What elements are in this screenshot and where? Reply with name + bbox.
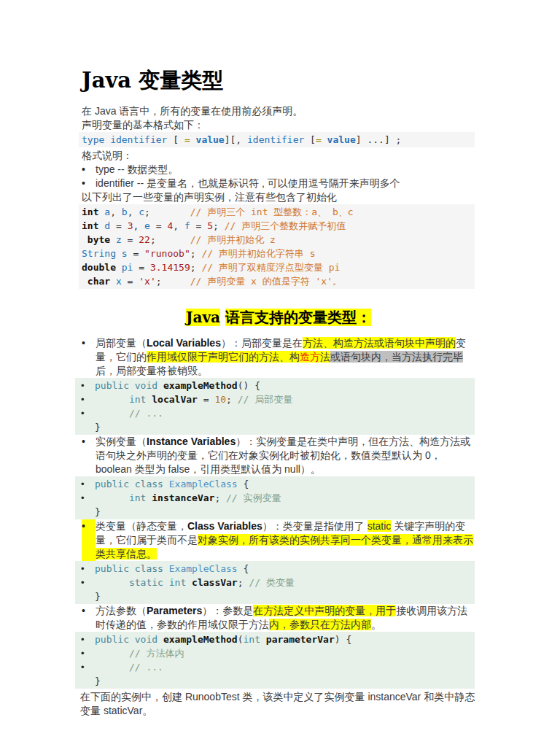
code-line: } [75,674,475,688]
code-line: • int instanceVar; // 实例变量 [75,491,475,505]
bullet-spacer [75,674,95,688]
instance-code-block: •public class ExampleClass { • int insta… [75,476,475,519]
vartype-class-item: • 类变量（静态变量，Class Variables）：类变量是指使用了 sta… [82,519,475,561]
closing-note: 在下面的实例中，创建 RunoobTest 类，该类中定义了实例变量 insta… [80,690,475,718]
code-line: char x = 'x'; // 声明变量 x 的值是字符 'x'。 [82,274,472,288]
local-code-block: •public void exampleMethod() { • int loc… [75,378,475,435]
code-line: •public void exampleMethod(int parameter… [75,632,475,646]
bullet-icon: • [75,562,95,576]
bullet-icon-highlighted: • [82,519,96,561]
code-line: •public class ExampleClass { [75,562,475,576]
bullet-icon: • [75,379,95,392]
intro-line-2: 声明变量的基本格式如下： [82,118,475,132]
code-line: • // 方法体内 [75,646,475,660]
bullet-icon: • [82,177,96,190]
explain-item-type: • type -- 数据类型。 [82,163,475,177]
code-line: double pi = 3.14159; // 声明了双精度浮点型变量 pi [82,260,472,274]
bullet-icon: • [75,491,95,505]
code-line: int d = 3, e = 4, f = 5; // 声明三个整数并赋予初值 [82,219,472,233]
code-line: } [75,505,475,519]
bullet-spacer [75,420,95,434]
bullet-spacer [75,589,95,603]
bullet-icon: • [75,632,95,646]
vartype-instance-item: • 实例变量（Instance Variables）：实例变量是在类中声明，但在… [82,435,475,476]
explain-item-identifier: • identifier -- 是变量名，也就是标识符 , 可以使用逗号隔开来声… [82,177,475,190]
bullet-icon: • [82,336,96,378]
parameters-code-block: •public void exampleMethod(int parameter… [75,632,475,689]
code-line: String s = "runoob"; // 声明并初始化字符串 s [82,247,472,260]
bullet-icon: • [82,435,96,476]
syntax-code-block: type identifier [ = value][, identifier … [79,132,475,147]
bullet-icon: • [82,163,96,177]
page-title: Java 变量类型 [82,69,475,93]
class-code-block: •public class ExampleClass { • static in… [75,561,475,604]
code-line: • int localVar = 10; // 局部变量 [75,392,475,406]
format-note: 格式说明： [82,149,475,163]
code-line: • static int classVar; // 类变量 [75,576,475,589]
code-line: } [75,420,475,434]
code-line: •public class ExampleClass { [75,477,475,491]
bullet-icon: • [75,646,95,660]
code-line: • // ... [75,406,475,420]
declaration-code-block: int a, b, c; // 声明三个 int 型整数：a、 b、c int … [79,204,475,289]
section-heading-text: Java 语言支持的变量类型： [186,309,371,326]
code-line: • // ... [75,660,475,674]
code-line: int a, b, c; // 声明三个 int 型整数：a、 b、c [82,205,472,219]
bullet-icon: • [75,660,95,674]
code-line: type identifier [ = value][, identifier … [82,133,472,147]
section-heading: Java 语言支持的变量类型： [82,308,475,328]
intro-line-1: 在 Java 语言中，所有的变量在使用前必须声明。 [82,104,475,118]
vartype-local-text: 局部变量（Local Variables）：局部变量是在方法、构造方法或语句块中… [96,336,475,378]
vartype-parameters-item: • 方法参数（Parameters）：参数是在方法定义中声明的变量，用于接收调用… [82,604,475,632]
bullet-spacer [75,505,95,519]
vartype-class-text: 类变量（静态变量，Class Variables）：类变量是指使用了 stati… [96,519,475,561]
bullet-icon: • [75,576,95,589]
code-line: byte z = 22; // 声明并初始化 z [82,233,472,247]
vartype-local-item: • 局部变量（Local Variables）：局部变量是在方法、构造方法或语句… [82,336,475,378]
vartype-parameters-text: 方法参数（Parameters）：参数是在方法定义中声明的变量，用于接收调用该方… [96,604,475,632]
bullet-icon: • [75,477,95,491]
vartype-instance-text: 实例变量（Instance Variables）：实例变量是在类中声明，但在方法… [96,435,475,476]
explain-item-type-text: type -- 数据类型。 [96,163,475,177]
bullet-icon: • [75,406,95,420]
bullet-icon: • [75,392,95,406]
page-content: Java 变量类型 在 Java 语言中，所有的变量在使用前必须声明。 声明变量… [82,69,475,718]
bullet-icon: • [82,604,96,632]
document-page: Java 变量类型 在 Java 语言中，所有的变量在使用前必须声明。 声明变量… [0,0,560,747]
examples-note: 以下列出了一些变量的声明实例，注意有些包含了初始化 [82,190,475,204]
code-line: •public void exampleMethod() { [75,379,475,392]
code-line: } [75,589,475,603]
explain-item-identifier-text: identifier -- 是变量名，也就是标识符 , 可以使用逗号隔开来声明多… [96,177,475,190]
